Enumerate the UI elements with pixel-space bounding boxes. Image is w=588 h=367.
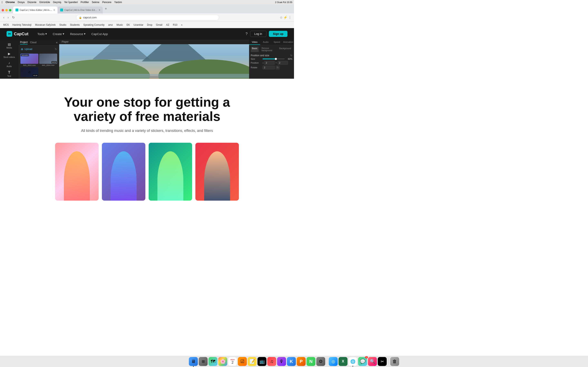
showcase-card-2[interactable] [102,143,145,201]
url-text: capcut.com [83,16,96,19]
refresh-media-button[interactable]: ↻ [55,48,57,51]
size-label: Size [251,58,261,60]
bookmark-more[interactable]: » [180,23,184,27]
upload-button[interactable]: ⊕ Upload [20,47,33,51]
bookmark-r10[interactable]: R10 [171,23,179,27]
tab-1[interactable]: CapCut | Video Editor | All-In-... × [13,7,57,13]
reload-button[interactable]: ↻ [11,15,16,20]
bookmark-studio[interactable]: Studio [58,23,68,27]
menu-pencere[interactable]: Pencere [102,1,112,4]
tab-1-close[interactable]: × [53,8,55,12]
size-slider[interactable] [263,58,285,59]
tab-2[interactable]: CapCut | All-In-One Video Edit... × [58,7,103,13]
bookmark-drop[interactable]: Drop [145,23,154,27]
address-bar[interactable]: 🔒 capcut.com [76,15,219,20]
menu-dosya[interactable]: Dosya [17,1,25,4]
menu-sekme[interactable]: Sekme [92,1,99,4]
menu-gecmis[interactable]: Geçmiş [53,1,61,4]
bookmark-muratcan[interactable]: Muratcan Safyürek [34,23,57,27]
forward-button[interactable]: › [7,15,9,20]
minimize-window-button[interactable] [5,9,8,11]
bookmark-students[interactable]: Students [68,23,81,27]
size-slider-thumb[interactable] [275,58,277,60]
nav-create-arrow: ▾ [63,32,64,36]
back-button[interactable]: ‹ [2,15,5,20]
player-canvas[interactable] [59,44,249,79]
menu-button[interactable]: ⋮ [288,16,292,19]
position-x-input[interactable] [264,61,275,65]
media-grid: IMG_6502.mov 00:53 IMG_6504.mov ♫ 03:35 [20,53,58,78]
signup-button[interactable]: Sign up [269,31,287,37]
capcut-logo[interactable]: ✂ CapCut [7,31,28,37]
nav-tools[interactable]: Tools ▾ [35,30,49,37]
apple-menu[interactable]:  [2,1,3,4]
bookmark-gmail[interactable]: Gmail [154,23,164,27]
sidebar-stock-videos[interactable]: ▶ Stock videos [1,50,17,59]
nav-capcut-app[interactable]: CapCut App [89,31,110,37]
cloud-tab[interactable]: Cloud [30,41,36,44]
position-row: Position x Y [251,61,292,65]
tab-2-close[interactable]: × [99,8,100,12]
app-name: Chrome [6,1,15,4]
video-tab[interactable]: Video [249,40,260,45]
bookmark-drop-label: Drop [147,24,152,26]
bookmarks-bar: MCS Hanimiş Teknoloji Muratcan Safyürek … [0,22,294,28]
project-tab[interactable]: Project [20,40,27,44]
menu-yerisamretleri[interactable]: Yer İşaretleri [64,1,78,4]
menu-profiller[interactable]: Profiller [81,1,89,4]
background-tab[interactable]: Background [278,47,292,52]
sidebar-text[interactable]: T Text [1,69,17,78]
rotate-direction-button[interactable]: ↻ [276,66,280,69]
showcase-card-4[interactable] [195,143,239,201]
media-icon: ▤ [8,42,11,46]
nav-actions: ? Log in Sign up [246,31,288,37]
media-item-2[interactable]: 00:53 IMG_6504.mov [39,54,57,66]
bookmark-gmail-label: Gmail [156,24,162,26]
showcase-card-3[interactable] [149,143,192,201]
bookmark-mcs[interactable]: MCS [2,23,10,27]
datetime: 2 Ocak Pzt 15:55 [275,1,292,3]
media-item-3[interactable]: ♫ 03:35 [20,67,38,77]
bookmark-button[interactable]: ☆ [280,16,283,19]
speed-tab[interactable]: Speed [271,40,282,45]
media-label: Media [6,47,12,49]
login-button[interactable]: Log in [250,31,267,37]
bookmark-az[interactable]: AZ [164,23,171,27]
tab-1-title: CapCut | Video Editor | All-In-... [20,9,52,11]
stock-videos-label: Stock videos [3,56,15,58]
nav-resource-label: Resource [70,32,83,36]
bookmark-speaking[interactable]: Speaking Comunity [82,23,106,27]
remove-bg-tab[interactable]: Remove background [260,47,276,52]
bookmark-music[interactable]: Music [115,23,125,27]
audio-icon: ♪ [8,61,10,65]
sidebar-media[interactable]: ▤ Media [1,41,17,50]
close-window-button[interactable] [2,9,4,11]
new-tab-button[interactable]: + [103,6,109,13]
audio-tab[interactable]: Audio [260,40,271,45]
nav-resource[interactable]: Resource ▾ [68,30,88,37]
capcut-site: ✂ CapCut Tools ▾ Create ▾ Resource ▾ Cap… [0,28,294,213]
showcase-card-1[interactable] [55,143,99,201]
reset-position-button[interactable]: ↻ [290,54,292,57]
nav-create[interactable]: Create ▾ [50,30,67,37]
bookmark-ek[interactable]: EK [125,23,131,27]
bookmark-mcs-label: MCS [3,24,9,26]
bookmark-amz[interactable]: amz [107,23,114,27]
media-item-1[interactable]: IMG_6502.mov [20,54,38,66]
extensions-button[interactable]: ⚡ [283,16,287,19]
sidebar-audio[interactable]: ♪ Audio [1,60,17,69]
rotate-input[interactable] [263,66,275,69]
help-button[interactable]: ? [246,32,248,36]
menu-duzenle[interactable]: Düzenle [27,1,36,4]
position-label: Position [251,62,261,64]
collapse-panel-button[interactable]: « [56,41,58,44]
basic-tab[interactable]: Basic [251,47,259,52]
bookmark-hanimis[interactable]: Hanimiş Teknoloji [11,23,33,27]
menu-goruntule[interactable]: Görüntüle [39,1,50,4]
fullscreen-window-button[interactable] [9,9,11,11]
animation-tab[interactable]: Animation [282,40,294,45]
menu-yardim[interactable]: Yardım [114,1,122,4]
bookmark-uzantilar[interactable]: Uzantılar [132,23,145,27]
position-y-input[interactable] [278,61,288,65]
bookmark-students-label: Students [70,24,80,26]
